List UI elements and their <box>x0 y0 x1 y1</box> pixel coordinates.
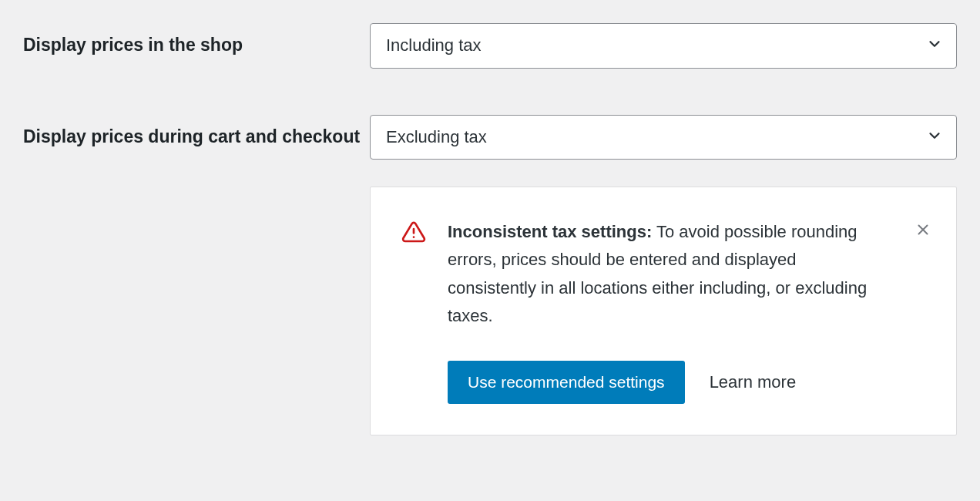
notice-actions: Use recommended settings Learn more <box>448 361 910 404</box>
notice-wrapper: Inconsistent tax settings: To avoid poss… <box>23 187 957 435</box>
notice-spacer <box>23 187 370 435</box>
notice-title: Inconsistent tax settings: <box>448 222 652 241</box>
display-prices-cart-select-wrapper: Excluding tax <box>370 115 957 160</box>
display-prices-shop-control: Including tax <box>370 23 957 69</box>
display-prices-shop-select-wrapper: Including tax <box>370 23 957 69</box>
learn-more-link[interactable]: Learn more <box>710 372 797 392</box>
display-prices-shop-row: Display prices in the shop Including tax <box>23 23 957 69</box>
display-prices-shop-select[interactable]: Including tax <box>370 23 957 69</box>
close-icon <box>915 221 931 240</box>
notice-content: Inconsistent tax settings: To avoid poss… <box>448 218 910 404</box>
display-prices-cart-row: Display prices during cart and checkout … <box>23 115 957 160</box>
close-notice-button[interactable] <box>911 218 935 244</box>
display-prices-cart-label: Display prices during cart and checkout <box>23 115 370 149</box>
notice-text: Inconsistent tax settings: To avoid poss… <box>448 218 879 330</box>
use-recommended-settings-button[interactable]: Use recommended settings <box>448 361 685 404</box>
warning-icon <box>401 218 426 404</box>
display-prices-shop-label: Display prices in the shop <box>23 23 370 57</box>
display-prices-cart-control: Excluding tax <box>370 115 957 160</box>
display-prices-cart-select[interactable]: Excluding tax <box>370 115 957 160</box>
tax-settings-notice: Inconsistent tax settings: To avoid poss… <box>370 187 957 435</box>
